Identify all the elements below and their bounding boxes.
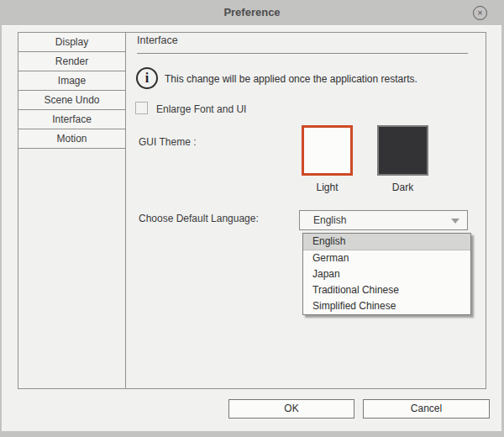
language-dropdown-list: English German Japan Traditional Chinese… bbox=[302, 233, 471, 315]
language-option-english[interactable]: English bbox=[303, 234, 470, 250]
info-icon-glyph: i bbox=[145, 71, 149, 85]
sidebar-item-render[interactable]: Render bbox=[18, 52, 125, 71]
theme-light-caption: Light bbox=[302, 182, 353, 193]
sidebar-item-motion[interactable]: Motion bbox=[18, 129, 125, 149]
sidebar-item-scene-undo[interactable]: Scene Undo bbox=[18, 91, 125, 110]
language-label: Choose Default Language: bbox=[139, 213, 259, 224]
cancel-button[interactable]: Cancel bbox=[363, 399, 490, 419]
restart-notice: This change will be applied once the app… bbox=[165, 73, 417, 85]
language-option-simplified-chinese[interactable]: Simplified Chinese bbox=[303, 298, 470, 314]
titlebar: Preference bbox=[0, 0, 504, 25]
preference-dialog: Preference × Display Render Image Scene … bbox=[0, 0, 504, 437]
language-option-japan[interactable]: Japan bbox=[303, 266, 470, 282]
gui-theme-label: GUI Theme : bbox=[139, 136, 196, 148]
dialog-title: Preference bbox=[223, 6, 280, 18]
theme-dark-swatch[interactable] bbox=[377, 125, 428, 176]
heading-divider bbox=[137, 53, 468, 54]
sidebar: Display Render Image Scene Undo Interfac… bbox=[18, 33, 126, 388]
info-icon: i bbox=[136, 67, 158, 89]
close-icon: × bbox=[477, 8, 482, 18]
chevron-down-icon bbox=[451, 218, 459, 224]
theme-light-swatch[interactable] bbox=[302, 125, 353, 176]
close-button[interactable]: × bbox=[473, 6, 487, 20]
language-select-value: English bbox=[313, 214, 346, 226]
sidebar-item-display[interactable]: Display bbox=[18, 33, 125, 52]
enlarge-font-checkbox[interactable] bbox=[135, 102, 148, 114]
ok-button[interactable]: OK bbox=[228, 399, 354, 419]
sidebar-item-image[interactable]: Image bbox=[18, 71, 125, 91]
language-option-traditional-chinese[interactable]: Traditional Chinese bbox=[303, 282, 470, 298]
enlarge-font-label: Enlarge Font and UI bbox=[156, 103, 246, 115]
sidebar-item-interface[interactable]: Interface bbox=[18, 110, 125, 129]
language-select[interactable]: English bbox=[299, 210, 468, 230]
page-title: Interface bbox=[137, 34, 178, 46]
theme-dark-caption: Dark bbox=[377, 182, 428, 193]
language-option-german[interactable]: German bbox=[303, 250, 470, 266]
